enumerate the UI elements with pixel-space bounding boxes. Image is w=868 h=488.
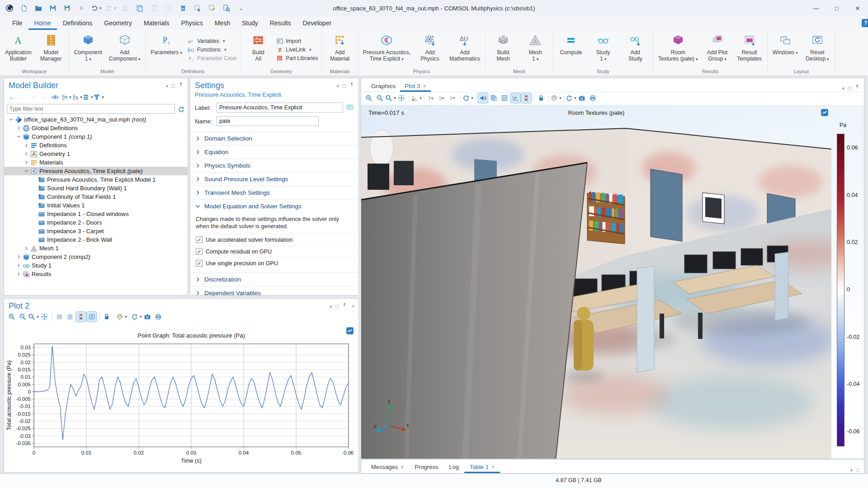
rename-button[interactable] xyxy=(346,103,354,112)
plot2-grid-y-button[interactable] xyxy=(65,312,75,322)
tree-node-impedance-2-brick-wall[interactable]: Impedance 2 - Brick Wall xyxy=(4,235,188,244)
menu-mesh[interactable]: Mesh xyxy=(209,16,236,30)
float-panel-icon[interactable]: □ xyxy=(343,83,346,89)
graphics-update-button[interactable]: ▾ xyxy=(566,93,576,103)
tab-plot-3[interactable]: Plot 3× xyxy=(400,83,431,92)
tree-node-impedance-1-closed-windows[interactable]: Impedance 1 - Closed windows xyxy=(4,210,188,218)
model-builder-arrow-up-button[interactable]: ↑ xyxy=(28,92,38,102)
graphics-viewport[interactable]: Time=0.017 s Room Textures (pate) xyxy=(361,105,864,459)
redo-button[interactable]: ▾ xyxy=(106,3,116,13)
ribbon-button-compute[interactable]: Compute xyxy=(555,31,587,68)
ribbon-button-result-templates[interactable]: ResultTemplates xyxy=(734,31,765,68)
plot2-grid-x-button[interactable] xyxy=(54,312,64,322)
ribbon-button-variables[interactable]: a=Variables▾ xyxy=(188,38,236,45)
expand-icon[interactable] xyxy=(15,126,22,131)
model-builder-funnel-button[interactable]: ▾ xyxy=(94,92,104,102)
plot2-print-button[interactable] xyxy=(153,312,163,322)
tree-node-mesh-1[interactable]: Mesh 1 xyxy=(4,244,188,253)
plot2-lock-button[interactable] xyxy=(102,312,112,322)
collapse-icon[interactable] xyxy=(8,117,14,122)
plot2-zoom-in-button[interactable] xyxy=(7,312,17,322)
panel-menu-icon[interactable]: ▾ xyxy=(166,83,168,89)
section-header-physics-symbols[interactable]: Physics Symbols xyxy=(190,159,359,172)
save-as-button[interactable] xyxy=(62,3,72,13)
ribbon-button-add-material[interactable]: AddMaterial xyxy=(324,31,356,68)
ribbon-button-study-1[interactable]: Study1▾ xyxy=(587,31,619,68)
save-button[interactable] xyxy=(48,3,58,13)
tree-node-pressure-acoustics-time-explicit-model-1[interactable]: DPressure Acoustics, Time Explicit Model… xyxy=(4,175,188,184)
expand-icon[interactable] xyxy=(15,272,22,277)
copy-button[interactable] xyxy=(135,3,145,13)
menu-physics[interactable]: Physics xyxy=(175,16,209,30)
menu-study[interactable]: Study xyxy=(236,16,264,30)
ribbon-button-add-plot-group[interactable]: Add PlotGroup▾ xyxy=(702,31,733,68)
paste-button[interactable] xyxy=(149,3,159,13)
section-header-domain-selection[interactable]: Domain Selection xyxy=(190,132,359,145)
ribbon-button-windows[interactable]: Windows▾ xyxy=(769,31,801,68)
graphics-zoom-extents-button[interactable] xyxy=(396,93,406,103)
label-field[interactable] xyxy=(217,103,343,113)
ribbon-button-parameter-case[interactable]: PiParameter Case xyxy=(188,55,236,62)
tab-progress[interactable]: Progress xyxy=(409,464,443,473)
select-box-button[interactable] xyxy=(193,3,203,13)
tree-node-pressure-acoustics-time-explicit[interactable]: Pressure Acoustics, Time Explicit(pate) xyxy=(4,167,188,175)
expand-icon[interactable] xyxy=(15,263,22,268)
section-header-equation[interactable]: Equation xyxy=(190,145,359,159)
tree-node-office-space-63-30t0-n4-ma-out-mph[interactable]: office_space_63_30T0_N4_ma_out.mph(root) xyxy=(4,115,188,124)
cut-button[interactable] xyxy=(120,3,130,13)
section-header-transient-mesh-settings[interactable]: Transient Mesh Settings xyxy=(190,186,359,199)
clear-selection-button[interactable] xyxy=(207,3,217,13)
close-panel-icon[interactable]: × xyxy=(351,303,355,310)
delete-button[interactable] xyxy=(178,3,188,13)
ribbon-button-add-physics[interactable]: AddPhysics xyxy=(414,31,446,68)
panel-menu-icon[interactable]: ▾ xyxy=(842,85,844,91)
find-button[interactable] xyxy=(222,3,231,13)
graphics-palette-button[interactable]: ▾ xyxy=(551,93,561,103)
graphics-colorbar-icon-button[interactable] xyxy=(521,93,531,103)
model-builder-arrow-down-button[interactable]: ↓ xyxy=(39,92,49,102)
model-builder-columns-icon-button[interactable]: ▾ xyxy=(83,92,93,102)
tree-node-global-definitions[interactable]: Global Definitions xyxy=(4,124,188,132)
graphics-zoom-in-button[interactable] xyxy=(364,93,374,103)
close-tab-icon[interactable]: × xyxy=(401,464,404,470)
ribbon-button-parameters[interactable]: PiParameters▾ xyxy=(147,31,185,68)
plot2-colorbar-icon-button[interactable] xyxy=(76,312,86,322)
duplicate-button[interactable] xyxy=(164,3,174,13)
collapse-icon[interactable] xyxy=(23,169,30,174)
menu-file[interactable]: File xyxy=(6,16,28,30)
graphics-sound-button[interactable] xyxy=(478,93,488,103)
ribbon-button-add-mathematics[interactable]: ΔUAddMathematics xyxy=(446,31,483,68)
menu-geometry[interactable]: Geometry xyxy=(98,16,137,30)
point-graph-chart[interactable]: Point Graph: Total acoustic pressure (Pa… xyxy=(5,330,358,469)
section-header-discretization[interactable]: Discretization xyxy=(190,273,359,286)
new-file-button[interactable] xyxy=(19,3,29,13)
panel-menu-icon[interactable]: ▾ xyxy=(850,468,853,473)
checkbox-use-accelerated-solver-formulation[interactable]: ✓Use accelerated solver formulation xyxy=(196,234,353,245)
menu-results[interactable]: Results xyxy=(264,16,297,30)
help-button[interactable]: ? xyxy=(862,19,868,27)
tree-node-continuity-of-total-fields-1[interactable]: DContinuity of Total Fields 1 xyxy=(4,192,188,201)
checkbox-box[interactable]: ✓ xyxy=(196,248,203,255)
section-header-dependent-variables[interactable]: Dependent Variables xyxy=(190,286,359,300)
ribbon-button-add-study[interactable]: AddStudy xyxy=(619,31,651,68)
collapse-icon[interactable] xyxy=(15,134,22,139)
ribbon-button-mesh-1[interactable]: Mesh1▾ xyxy=(519,31,551,68)
tab-messages[interactable]: Messages× xyxy=(366,464,409,473)
ribbon-button-room-textures-pate-[interactable]: RoomTextures (pate)▾ xyxy=(655,31,701,68)
graphics-print-button[interactable] xyxy=(588,93,598,103)
tree-node-study-1[interactable]: Study 1 xyxy=(4,261,188,270)
tab-log[interactable]: Log xyxy=(443,464,464,473)
graphics-view-yz-button[interactable]: yz xyxy=(437,93,447,103)
tree-node-materials[interactable]: Materials xyxy=(4,158,188,167)
ribbon-button-model-manager[interactable]: ModelManager xyxy=(35,31,67,68)
graphics-rotate-button[interactable]: ▾ xyxy=(463,93,473,103)
maximize-button[interactable]: □ xyxy=(826,0,847,16)
expand-icon[interactable] xyxy=(23,143,30,148)
name-field[interactable] xyxy=(217,116,319,126)
ribbon-button-livelink[interactable]: LiveLink▾ xyxy=(276,46,318,53)
menu-developer[interactable]: Developer xyxy=(297,16,338,30)
checkbox-box[interactable]: ✓ xyxy=(196,260,203,267)
graphics-view-xz-button[interactable]: xz xyxy=(448,93,458,103)
pin-panel-icon[interactable] xyxy=(342,302,348,310)
ribbon-button-component-1[interactable]: Component1▾ xyxy=(71,31,105,68)
